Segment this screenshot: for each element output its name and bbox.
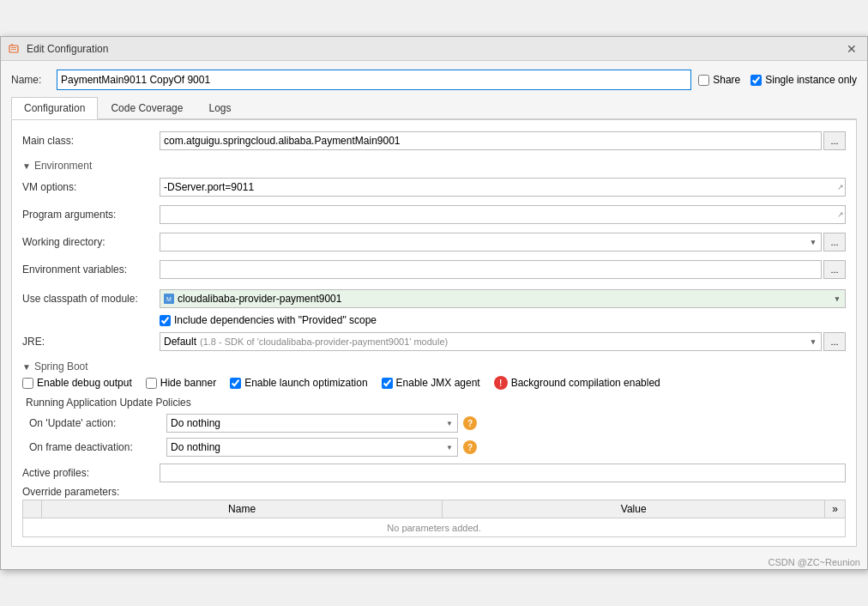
jre-default-text: Default	[164, 336, 196, 348]
jre-dropdown-wrapper: Default (1.8 - SDK of 'cloudalibaba-prov…	[160, 332, 822, 351]
edit-configuration-window: Edit Configuration ✕ Name: Share Single …	[0, 36, 868, 570]
on-update-row: On 'Update' action: Do nothing Update cl…	[29, 414, 846, 433]
share-option: Share	[698, 74, 740, 86]
vm-input-wrapper: ↗	[160, 178, 846, 197]
working-dir-input[interactable]	[160, 233, 822, 251]
main-class-input[interactable]	[160, 131, 822, 150]
col-add-remove	[23, 500, 42, 518]
title-bar-text: Edit Configuration	[27, 43, 843, 55]
main-class-label: Main class:	[22, 135, 160, 147]
program-args-label: Program arguments:	[22, 209, 160, 221]
close-button[interactable]: ✕	[843, 40, 860, 58]
on-frame-label: On frame deactivation:	[29, 441, 166, 453]
col-value-header: Value	[443, 500, 825, 518]
tab-configuration[interactable]: Configuration	[11, 97, 98, 119]
override-params-section: Override parameters: Name Value »	[22, 486, 846, 537]
program-args-expand-icon[interactable]: ↗	[837, 210, 844, 219]
hide-banner-checkbox[interactable]	[146, 378, 157, 389]
on-frame-dropdown-wrapper: Do nothing Update classes and resources …	[166, 438, 477, 457]
on-frame-row: On frame deactivation: Do nothing Update…	[29, 438, 846, 457]
tab-logs[interactable]: Logs	[196, 97, 244, 118]
col-expand: »	[825, 500, 846, 518]
jre-label: JRE:	[22, 336, 160, 348]
enable-jmx-label: Enable JMX agent	[396, 377, 480, 389]
hide-banner-label: Hide banner	[160, 377, 216, 389]
params-table-wrapper: Name Value » No parameters added.	[22, 500, 846, 537]
env-vars-row: Environment variables: ...	[22, 258, 846, 282]
include-deps-checkbox[interactable]	[160, 315, 171, 326]
env-vars-input[interactable]	[160, 260, 822, 279]
enable-jmx-checkbox[interactable]	[382, 378, 393, 389]
program-args-input[interactable]	[160, 205, 846, 224]
vm-options-input[interactable]	[160, 178, 846, 197]
vm-expand-icon[interactable]: ↗	[837, 183, 844, 191]
hide-banner-item: Hide banner	[146, 377, 216, 389]
no-params-message: No parameters added.	[23, 518, 846, 537]
jre-row: JRE: Default (1.8 - SDK of 'cloudalibaba…	[22, 330, 846, 354]
name-label: Name:	[11, 74, 50, 86]
running-policies-title: Running Application Update Policies	[26, 397, 846, 409]
working-dir-label: Working directory:	[22, 236, 160, 248]
on-update-dropdown[interactable]: Do nothing Update classes and resources …	[166, 414, 458, 433]
spring-boot-triangle-icon[interactable]: ▼	[22, 362, 31, 372]
single-instance-option: Single instance only	[750, 74, 857, 86]
active-profiles-row: Active profiles:	[22, 464, 846, 482]
vm-options-label: VM options:	[22, 181, 160, 193]
on-frame-dropdown[interactable]: Do nothing Update classes and resources …	[166, 438, 458, 457]
vm-options-row: VM options: ↗	[22, 175, 846, 199]
main-panel: Main class: ... ▼ Environment VM options…	[11, 119, 857, 547]
name-row: Name: Share Single instance only	[11, 70, 857, 90]
dialog-content: Name: Share Single instance only Configu…	[1, 61, 867, 555]
jre-browse-button[interactable]: ...	[823, 332, 846, 351]
environment-section-header: ▼ Environment	[22, 160, 846, 172]
svg-rect-0	[9, 45, 18, 52]
on-frame-dropdown-container: Do nothing Update classes and resources …	[166, 438, 458, 457]
env-vars-browse-button[interactable]: ...	[823, 260, 846, 279]
classpath-row: Use classpath of module: M cloudalibaba-…	[22, 287, 846, 311]
single-instance-checkbox[interactable]	[750, 75, 762, 86]
on-update-label: On 'Update' action:	[29, 417, 166, 429]
on-update-help-icon[interactable]: ?	[463, 416, 477, 430]
enable-launch-checkbox[interactable]	[230, 378, 241, 389]
bg-compilation-item: ! Background compilation enabled	[494, 376, 660, 390]
active-profiles-label: Active profiles:	[22, 467, 160, 479]
program-args-row: Program arguments: ↗	[22, 203, 846, 227]
enable-launch-item: Enable launch optimization	[230, 377, 367, 389]
spring-boot-checkboxes: Enable debug output Hide banner Enable l…	[22, 376, 846, 390]
override-params-title: Override parameters:	[22, 486, 160, 498]
environment-label: Environment	[34, 160, 92, 172]
program-args-wrapper: ↗	[160, 205, 846, 224]
title-bar: Edit Configuration ✕	[1, 37, 867, 61]
on-frame-help-icon[interactable]: ?	[463, 440, 477, 454]
warning-icon: !	[494, 376, 508, 390]
working-dir-row: Working directory: ▼ ...	[22, 230, 846, 254]
params-table-container: Name Value » No parameters added.	[22, 500, 846, 537]
active-profiles-input[interactable]	[160, 464, 846, 482]
environment-triangle-icon[interactable]: ▼	[22, 161, 31, 171]
include-deps-label: Include dependencies with "Provided" sco…	[174, 314, 377, 326]
bg-compilation-label: Background compilation enabled	[511, 377, 660, 389]
working-dir-browse-button[interactable]: ...	[823, 233, 846, 251]
jre-detail-text: (1.8 - SDK of 'cloudalibaba-provider-pay…	[200, 336, 448, 347]
main-class-browse-button[interactable]: ...	[823, 131, 846, 150]
watermark: CSDN @ZC~Reunion	[1, 555, 867, 569]
working-dir-wrapper: ▼	[160, 233, 822, 251]
module-icon: M	[164, 294, 174, 304]
classpath-dropdown-wrapper: M cloudalibaba-provider-payment9001 ▼	[160, 289, 846, 308]
window-icon	[8, 42, 21, 56]
include-deps-row: Include dependencies with "Provided" sco…	[160, 314, 846, 326]
name-input[interactable]	[57, 70, 691, 90]
params-table: Name Value » No parameters added.	[22, 500, 846, 537]
spring-boot-label: Spring Boot	[34, 361, 88, 373]
tab-code-coverage[interactable]: Code Coverage	[98, 97, 196, 118]
share-label: Share	[713, 74, 740, 86]
on-update-dropdown-container: Do nothing Update classes and resources …	[166, 414, 458, 433]
enable-debug-label: Enable debug output	[37, 377, 132, 389]
classpath-dropdown[interactable]: M cloudalibaba-provider-payment9001	[160, 289, 846, 308]
main-class-row: Main class: ...	[22, 129, 846, 153]
jre-dropdown[interactable]: Default (1.8 - SDK of 'cloudalibaba-prov…	[160, 332, 822, 351]
enable-debug-checkbox[interactable]	[22, 378, 33, 389]
share-checkbox[interactable]	[698, 75, 709, 86]
env-vars-label: Environment variables:	[22, 264, 160, 276]
classpath-value: cloudalibaba-provider-payment9001	[178, 293, 341, 305]
